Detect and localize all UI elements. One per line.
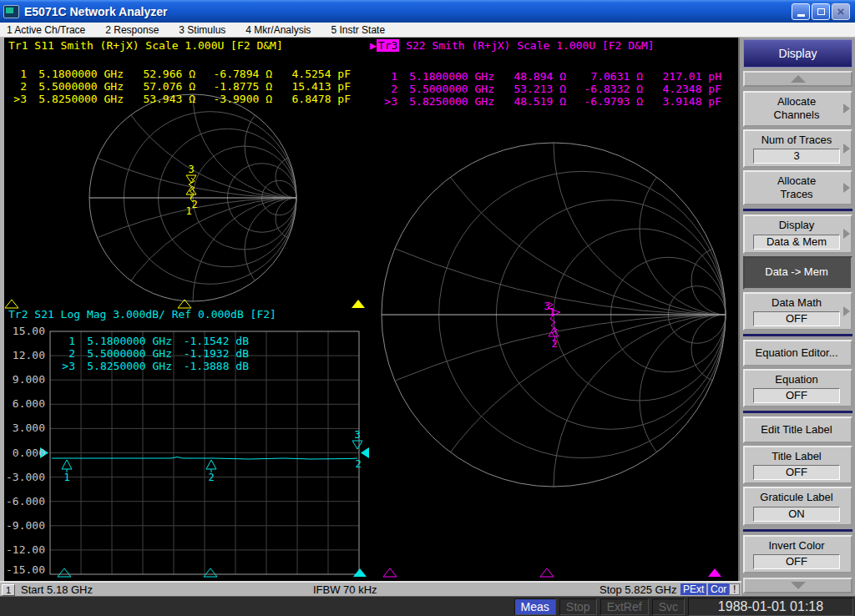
y-axis-label: 12.00 bbox=[2, 350, 45, 361]
softkey-equation[interactable]: Equation OFF bbox=[743, 369, 852, 407]
app-icon bbox=[3, 5, 19, 18]
y-axis-label: 15.00 bbox=[2, 326, 45, 337]
warning-badge: ! bbox=[729, 583, 740, 595]
minimize-icon bbox=[797, 14, 805, 17]
title-bar: E5071C Network Analyzer × bbox=[0, 0, 855, 23]
submenu-arrow-icon bbox=[843, 183, 850, 193]
close-icon: × bbox=[837, 5, 845, 18]
softkey-scroll-up[interactable] bbox=[743, 71, 852, 87]
y-axis-label: -9.000 bbox=[2, 520, 45, 532]
softkey-value: OFF bbox=[753, 465, 840, 480]
window-controls: × bbox=[792, 3, 855, 20]
tr1-marker-row: >35.8250000 GHz53.943 Ω-3.9900 Ω6.8478 p… bbox=[5, 93, 351, 105]
softkey-title-label[interactable]: Title Label OFF bbox=[743, 446, 852, 484]
y-axis-label: 3.000 bbox=[2, 422, 45, 434]
softkey-data-to-mem[interactable]: Data -> Mem bbox=[743, 256, 852, 290]
arrow-up-icon bbox=[791, 75, 806, 83]
y-axis-label: 9.000 bbox=[2, 374, 45, 386]
restore-icon bbox=[817, 8, 825, 15]
stop-frequency: Stop 5.825 GHz bbox=[600, 583, 677, 596]
softkey-separator bbox=[743, 334, 852, 336]
softkey-value: OFF bbox=[753, 311, 840, 326]
tr2-header: Tr2 S21 Log Mag 3.000dB/ Ref 0.000dB [F2… bbox=[8, 309, 276, 321]
softkey-menu-title: Display bbox=[743, 39, 852, 68]
tr1-header: Tr1 S11 Smith (R+jX) Scale 1.000U [F2 D&… bbox=[8, 40, 283, 52]
y-axis-label: -15.00 bbox=[2, 564, 45, 576]
extref-status-badge: ExtRef bbox=[600, 598, 649, 615]
svc-status-badge: Svc bbox=[652, 598, 685, 615]
channel-number-badge: 1 bbox=[2, 584, 15, 596]
softkey-panel: Display Allocate Channels Num of Traces … bbox=[738, 38, 855, 603]
tr3-marker-row: 25.5000000 GHz53.213 Ω-6.8332 Ω4.2348 pF bbox=[376, 83, 721, 95]
softkey-equation-editor[interactable]: Equation Editor... bbox=[743, 340, 852, 366]
e5071c-screen: E5071C Network Analyzer × 1 Active Ch/Tr… bbox=[0, 0, 855, 616]
submenu-arrow-icon bbox=[843, 144, 850, 154]
y-axis-label: -3.000 bbox=[2, 472, 45, 483]
tr3-marker-row: >35.8250000 GHz48.519 Ω-6.9793 Ω3.9148 p… bbox=[376, 95, 721, 108]
tr3-marker-row: 15.1800000 GHz48.894 Ω7.0631 Ω217.01 pH bbox=[376, 70, 721, 83]
softkey-invert-color[interactable]: Invert Color OFF bbox=[743, 535, 852, 573]
tr1-marker-row: 15.1800000 GHz52.966 Ω-6.7894 Ω4.5254 pF bbox=[5, 68, 351, 80]
softkey-display[interactable]: Display Data & Mem bbox=[743, 215, 852, 253]
active-trace-arrow: ▶ bbox=[370, 39, 377, 52]
submenu-arrow-icon bbox=[843, 229, 850, 239]
tr1-marker-row: 25.5000000 GHz57.076 Ω-1.8775 Ω15.413 pF bbox=[5, 80, 351, 93]
y-axis-ref-label: 0.000 bbox=[2, 447, 45, 459]
menu-item-stimulus[interactable]: 3 Stimulus bbox=[179, 24, 225, 36]
softkey-separator bbox=[743, 209, 852, 211]
submenu-arrow-icon bbox=[843, 104, 850, 114]
tr3-name-badge: Tr3 bbox=[377, 39, 399, 52]
menu-item-active-ch-trace[interactable]: 1 Active Ch/Trace bbox=[7, 24, 85, 36]
softkey-sidebar: Display Allocate Channels Num of Traces … bbox=[738, 38, 855, 596]
y-axis-label: -12.00 bbox=[2, 544, 45, 556]
menu-bar: 1 Active Ch/Trace 2 Response 3 Stimulus … bbox=[0, 23, 855, 38]
softkey-value: 3 bbox=[753, 149, 840, 164]
softkey-value: Data & Mem bbox=[753, 235, 840, 250]
softkey-value: OFF bbox=[753, 554, 840, 569]
close-button[interactable]: × bbox=[832, 3, 850, 20]
tr3-header: ▶Tr3 S22 Smith (R+jX) Scale 1.000U [F2 D… bbox=[370, 40, 655, 52]
instrument-status-bar: Meas Stop ExtRef Svc 1988-01-01 01:18 bbox=[0, 596, 855, 616]
softkey-graticule-label[interactable]: Graticule Label ON bbox=[743, 487, 852, 525]
softkey-num-of-traces[interactable]: Num of Traces 3 bbox=[743, 129, 852, 168]
window-title: E5071C Network Analyzer bbox=[24, 5, 167, 18]
tr2-marker-row: >35.8250000 GHz-1.3888 dB bbox=[53, 360, 249, 372]
softkey-data-math[interactable]: Data Math OFF bbox=[743, 292, 852, 331]
tr2-marker-row: 25.5000000 GHz-1.1932 dB bbox=[53, 347, 249, 360]
ifbw-readout: IFBW 70 kHz bbox=[313, 583, 377, 596]
menu-item-instr-state[interactable]: 5 Instr State bbox=[331, 24, 385, 36]
softkey-separator bbox=[743, 529, 852, 532]
stop-status-badge: Stop bbox=[559, 598, 597, 615]
menu-item-mkr-analysis[interactable]: 4 Mkr/Analysis bbox=[245, 24, 311, 36]
start-frequency: Start 5.18 GHz bbox=[21, 583, 93, 596]
restore-button[interactable] bbox=[812, 3, 830, 20]
softkey-value: OFF bbox=[753, 388, 840, 403]
channel-status-bar: 1 Start 5.18 GHz IFBW 70 kHz Stop 5.825 … bbox=[0, 581, 741, 596]
y-axis-label: 6.000 bbox=[2, 398, 45, 410]
softkey-scroll-down[interactable] bbox=[743, 578, 852, 593]
softkey-separator bbox=[743, 411, 852, 413]
y-axis-label: -6.000 bbox=[2, 496, 45, 507]
cor-badge: Cor bbox=[708, 583, 729, 595]
clock: 1988-01-01 01:18 bbox=[688, 598, 853, 616]
softkey-value: ON bbox=[753, 507, 840, 522]
softkey-allocate-traces[interactable]: Allocate Traces bbox=[743, 170, 852, 206]
submenu-arrow-icon bbox=[843, 306, 850, 316]
pext-badge: PExt bbox=[680, 583, 706, 595]
menu-item-response[interactable]: 2 Response bbox=[105, 24, 159, 36]
meas-status-badge: Meas bbox=[514, 598, 556, 615]
softkey-edit-title-label[interactable]: Edit Title Label bbox=[743, 417, 852, 443]
arrow-down-icon bbox=[791, 582, 806, 589]
softkey-allocate-channels[interactable]: Allocate Channels bbox=[743, 91, 852, 127]
minimize-button[interactable] bbox=[792, 3, 810, 20]
tr2-marker-row: 15.1800000 GHz-1.1542 dB bbox=[53, 335, 249, 347]
